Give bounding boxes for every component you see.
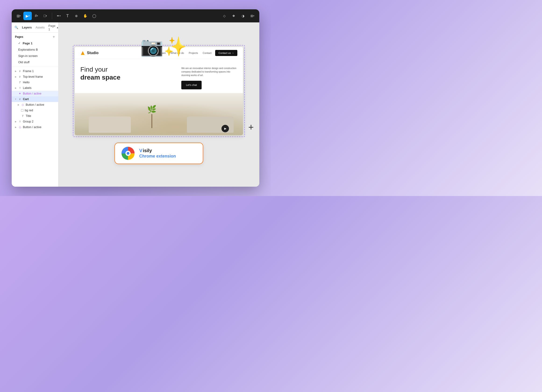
page-item-explorations[interactable]: Explorations B [12,46,58,53]
plugin-btn[interactable]: ❖ [229,12,238,20]
frame-icon: # [18,98,22,101]
sidebar: 🔍 Layers Assets Page 1 ▲ Pages + ✓ Page … [12,22,58,187]
rect-icon [21,109,23,111]
logo-btn[interactable]: ◇ [220,12,228,20]
page-item-oldstuff[interactable]: Old stuff [12,59,58,65]
component-icon: ✦ [18,92,22,95]
tab-layers[interactable]: Layers [22,25,32,30]
nav-link-who: Who we are [152,52,166,54]
text-icon: T [18,81,22,84]
frame-icon: # [18,69,22,73]
hand-tool-btn[interactable]: ✋ [81,12,89,20]
layer-cart[interactable]: ▼ # Cart [12,96,58,102]
preview-cta-btn[interactable]: Contact us → [215,50,237,56]
component-tool-btn[interactable]: ⊕ [72,12,81,20]
sidebar-tabs: 🔍 Layers Assets Page 1 ▲ [12,22,58,33]
layer-title[interactable]: ▶ T Title [12,113,58,119]
design-frame-wrapper: 📷✨ Studio Who [73,45,245,164]
svg-marker-0 [81,51,85,55]
play-button[interactable]: ▶ [222,125,229,132]
pages-title: Pages [15,35,23,38]
frame-tool-btn[interactable]: #▾ [32,12,41,20]
couch-left [89,117,131,133]
frame-icon: # [18,75,22,78]
visily-text: V isily Chrome extension [139,148,176,159]
page-selector[interactable]: Page 1 ▲ [48,24,58,31]
layer-hello[interactable]: ▶ T Hello [12,79,58,85]
pen-tool-btn[interactable]: ✒▾ [54,12,63,20]
plant: 🌿 [145,105,159,128]
preview-hero-right: We are an innovative interior design and… [181,66,237,89]
tab-assets[interactable]: Assets [36,25,45,30]
comment-tool-btn[interactable]: ◯ [90,12,98,20]
canvas-area[interactable]: 📷✨ Studio Who [58,22,259,187]
share-btn[interactable]: ⊞▾ [248,12,256,20]
tool-group-left: ⊞▾ ▶▾ #▾ □▾ [15,12,49,20]
pages-section-header: Pages + [12,33,58,40]
shape-tool-btn[interactable]: □▾ [41,12,49,20]
visily-banner: V isily Chrome extension [114,143,203,164]
group-icon: ⠿ [18,120,22,123]
visily-subtitle: Chrome extension [139,154,176,159]
grid-tool-btn[interactable]: ⊞▾ [15,12,23,20]
page-item-signin[interactable]: Sign-in screen [12,53,58,59]
layer-button-active-3[interactable]: ▶ ◇ Button / active [12,124,58,130]
layer-frame1[interactable]: ▶ # Frame 1 [12,68,58,74]
preview-image: 🌿 ▶ [75,93,243,135]
app-window: ⊞▾ ▶▾ #▾ □▾ ✒▾ T ⊕ ✋ ◯ ◇ ❖ ◑ ⊞▾ 🔍 Layers… [12,9,259,187]
component-icon: ◇ [18,126,22,129]
select-tool-btn[interactable]: ▶▾ [23,12,32,20]
layer-button-active-2[interactable]: ▶ ◇ Button / active [12,102,58,108]
preview-hero-left: Find your dream space [80,66,176,89]
figma-preview: Studio Who we are What we do Projects Co… [75,47,243,135]
contrast-btn[interactable]: ◑ [239,12,247,20]
layer-bg-red[interactable]: ▶ bg red [12,108,58,113]
plus-cursor: + [248,122,254,132]
nav-link-contact: Contact [203,52,211,54]
living-room-bg: 🌿 [75,93,243,135]
chrome-icon [121,147,135,160]
add-page-btn[interactable]: + [53,35,55,39]
preview-nav: Studio Who we are What we do Projects Co… [75,47,243,59]
nav-link-projects: Projects [189,52,198,54]
layer-button-active-1[interactable]: ▶ ✦ Button / active [12,91,58,96]
preview-hero: Find your dream space We are an innovati… [75,59,243,89]
text-icon: T [21,114,24,118]
visily-name: V isily [139,148,176,153]
toolbar: ⊞▾ ▶▾ #▾ □▾ ✒▾ T ⊕ ✋ ◯ ◇ ❖ ◑ ⊞▾ [12,9,259,22]
preview-title: Find your dream space [80,66,176,81]
search-icon[interactable]: 🔍 [15,26,18,29]
group-icon: ⠿ [18,86,22,90]
nav-link-what: What we do [171,52,184,54]
preview-nav-links: Who we are What we do Projects Contact [152,52,211,54]
layer-toplevel[interactable]: ▶ # Top-level frame [12,74,58,79]
main-content: 🔍 Layers Assets Page 1 ▲ Pages + ✓ Page … [12,22,259,187]
preview-logo: Studio [80,51,99,55]
layer-group2[interactable]: ▶ ⠿ Group 2 [12,119,58,124]
toolbar-right: ◇ ❖ ◑ ⊞▾ [220,12,256,20]
layer-labels[interactable]: ▶ ⠿ Labels [12,85,58,91]
component-icon: ◇ [21,103,24,106]
tool-group-mid: ✒▾ T ⊕ ✋ ◯ [54,12,98,20]
logo-icon [80,51,85,55]
preview-lets-chat-btn[interactable]: Let's chat [181,81,202,89]
selection-box: Studio Who we are What we do Projects Co… [73,45,245,137]
page-item-page1[interactable]: ✓ Page 1 [12,40,58,46]
text-tool-btn[interactable]: T [63,12,72,20]
